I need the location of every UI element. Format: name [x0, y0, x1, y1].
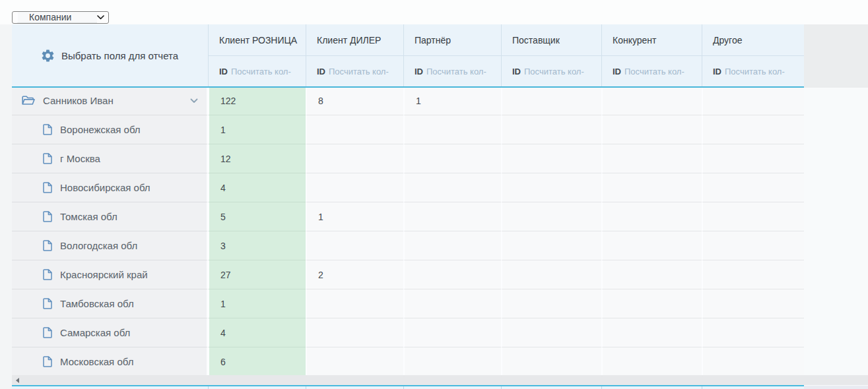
document-icon — [43, 327, 52, 338]
value-cell — [306, 173, 403, 202]
value-cell: 1 — [208, 115, 306, 144]
value-cell — [501, 115, 601, 144]
row-label: г Москва — [60, 153, 207, 164]
entity-select-value: Компании — [17, 12, 97, 23]
column-subheader-0: IDПосчитать кол- — [208, 55, 306, 86]
tree-item-row[interactable]: Красноярский край — [12, 260, 208, 289]
value-cell — [501, 86, 601, 115]
column-subheader-1: IDПосчитать кол- — [306, 55, 403, 86]
value-cell — [702, 260, 804, 289]
value-cell: 1 — [306, 202, 403, 231]
value-cell — [702, 173, 804, 202]
header-accent-line — [12, 86, 804, 88]
value-cell — [403, 115, 501, 144]
totals-column-separator — [501, 386, 502, 389]
tree-item-row[interactable]: Вологодская обл — [12, 231, 208, 260]
document-icon — [43, 240, 52, 251]
value-cell — [306, 289, 403, 318]
value-cell: 2 — [306, 260, 403, 289]
row-label: Новосибирская обл — [60, 182, 207, 193]
row-label: Томская обл — [60, 211, 207, 222]
document-icon — [43, 211, 52, 222]
value-cell — [403, 347, 501, 376]
subheader-aggregate-link[interactable]: Посчитать кол- — [426, 67, 486, 76]
column-subheader-2: IDПосчитать кол- — [403, 55, 501, 86]
subheader-aggregate-link[interactable]: Посчитать кол- — [725, 67, 785, 76]
value-cell — [501, 202, 601, 231]
horizontal-scrollbar[interactable] — [12, 375, 868, 385]
column-header-2[interactable]: Партнёр — [403, 24, 501, 55]
tree-item-row[interactable]: Томская обл — [12, 202, 208, 231]
totals-column-separator — [702, 386, 702, 389]
select-fields-button[interactable]: Выбрать поля для отчета — [12, 24, 208, 86]
row-label: Вологодская обл — [60, 240, 207, 251]
left-margin — [0, 24, 12, 389]
value-cell: 122 — [208, 86, 306, 115]
subheader-id-label: ID — [415, 67, 423, 76]
value-cell — [306, 347, 403, 376]
value-cell — [601, 260, 702, 289]
open-folder-icon — [22, 96, 35, 106]
tree-item-row[interactable]: г Москва — [12, 144, 208, 173]
document-icon — [43, 182, 52, 193]
value-cell — [702, 86, 804, 115]
column-header-0[interactable]: Клиент РОЗНИЦА — [208, 24, 306, 55]
value-cell — [702, 115, 804, 144]
value-cell: 6 — [208, 347, 306, 376]
subheader-id-label: ID — [713, 67, 721, 76]
header-filler — [804, 24, 868, 88]
tree-group-row[interactable]: Санников Иван — [12, 86, 208, 115]
column-header-3[interactable]: Поставщик — [501, 24, 601, 55]
collapse-chevron-icon[interactable] — [190, 98, 198, 104]
subheader-id-label: ID — [512, 67, 521, 76]
value-cell: 3 — [208, 231, 306, 260]
value-cell — [501, 347, 601, 376]
tree-item-row[interactable]: Московская обл — [12, 347, 208, 376]
value-cell: 1 — [403, 86, 501, 115]
tree-item-row[interactable]: Самарская обл — [12, 318, 208, 347]
tree-item-row[interactable]: Воронежская обл — [12, 115, 208, 144]
column-header-4[interactable]: Конкурент — [601, 24, 702, 55]
column-subheader-4: IDПосчитать кол- — [601, 55, 702, 86]
value-cell: 4 — [208, 318, 306, 347]
column-header-5[interactable]: Другое — [702, 24, 804, 55]
value-cell — [501, 144, 601, 173]
value-cell — [501, 173, 601, 202]
value-cell — [601, 144, 702, 173]
document-icon — [43, 269, 52, 280]
value-cell — [601, 289, 702, 318]
row-label: Самарская обл — [60, 327, 207, 338]
value-cell — [702, 289, 804, 318]
row-label: Санников Иван — [43, 95, 182, 106]
top-band — [0, 0, 868, 24]
select-fields-label: Выбрать поля для отчета — [61, 50, 178, 61]
value-cell — [403, 202, 501, 231]
column-header-1[interactable]: Клиент ДИЛЕР — [306, 24, 403, 55]
subheader-aggregate-link[interactable]: Посчитать кол- — [329, 67, 389, 76]
subheader-id-label: ID — [219, 67, 228, 76]
subheader-id-label: ID — [317, 67, 325, 76]
value-cell — [601, 202, 702, 231]
subheader-aggregate-link[interactable]: Посчитать кол- — [231, 67, 291, 76]
totals-column-separator — [306, 386, 306, 389]
tree-item-row[interactable]: Тамбовская обл — [12, 289, 208, 318]
value-cell: 4 — [208, 173, 306, 202]
entity-select[interactable]: Компании — [12, 11, 109, 24]
value-cell — [306, 144, 403, 173]
value-cell — [702, 144, 804, 173]
value-cell — [403, 144, 501, 173]
value-cell — [702, 347, 804, 376]
row-label: Тамбовская обл — [60, 298, 207, 309]
value-cell — [601, 318, 702, 347]
tree-item-row[interactable]: Новосибирская обл — [12, 173, 208, 202]
row-label: Красноярский край — [60, 269, 207, 280]
value-cell — [601, 86, 702, 115]
subheader-aggregate-link[interactable]: Посчитать кол- — [624, 67, 684, 76]
value-cell — [601, 115, 702, 144]
subheader-aggregate-link[interactable]: Посчитать кол- — [524, 67, 584, 76]
value-cell — [306, 318, 403, 347]
scroll-left-arrow-icon[interactable] — [16, 378, 19, 383]
value-cell — [702, 202, 804, 231]
value-cell — [702, 318, 804, 347]
value-cell — [501, 260, 601, 289]
